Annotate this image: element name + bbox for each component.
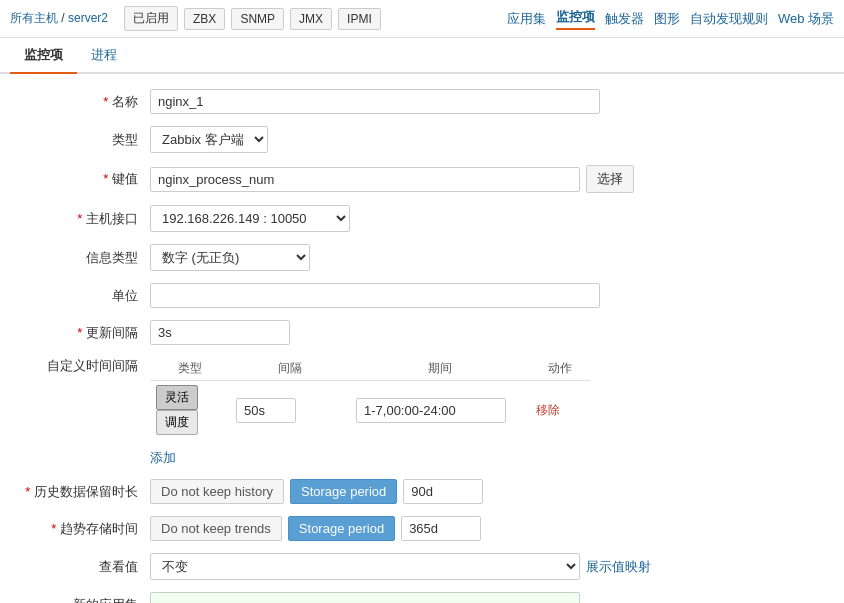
view-val-content: 不变 展示值映射 — [150, 553, 824, 580]
key-content: 选择 — [150, 165, 824, 193]
custom-time-table: 类型 间隔 期间 动作 灵活 调度 — [150, 357, 590, 439]
breadcrumb-hosts[interactable]: 所有主机 — [10, 11, 58, 25]
name-content — [150, 89, 824, 114]
history-no-keep-btn[interactable]: Do not keep history — [150, 479, 284, 504]
info-type-content: 数字 (无正负)字符日志文本数字 (浮点) — [150, 244, 824, 271]
schedule-btn[interactable]: 调度 — [156, 410, 198, 435]
history-content: Do not keep history Storage period — [150, 479, 824, 504]
remove-link[interactable]: 移除 — [536, 403, 560, 417]
row-period — [350, 381, 530, 440]
period-input[interactable] — [356, 398, 506, 423]
key-select-btn[interactable]: 选择 — [586, 165, 634, 193]
row-interval — [230, 381, 350, 440]
tab-process[interactable]: 进程 — [77, 38, 131, 74]
breadcrumb: 所有主机 / server2 — [10, 10, 108, 27]
trend-storage-btn[interactable]: Storage period — [288, 516, 395, 541]
trend-content: Do not keep trends Storage period — [150, 516, 824, 541]
update-interval-label: 更新间隔 — [20, 324, 150, 342]
name-input[interactable] — [150, 89, 600, 114]
type-row: 类型 Zabbix 客户端SNMPJMXIPMI — [20, 126, 824, 153]
form-container: 名称 类型 Zabbix 客户端SNMPJMXIPMI 键值 选择 主机接口 1… — [0, 74, 844, 603]
row-action: 移除 — [530, 381, 590, 440]
type-label: 类型 — [20, 131, 150, 149]
trend-no-keep-btn[interactable]: Do not keep trends — [150, 516, 282, 541]
new-app-row: 新的应用集 — [20, 592, 824, 603]
web-link[interactable]: Web 场景 — [778, 10, 834, 28]
discovery-link[interactable]: 自动发现规则 — [690, 10, 768, 28]
interface-content: 192.168.226.149 : 10050 — [150, 205, 824, 232]
update-interval-row: 更新间隔 — [20, 320, 824, 345]
info-type-row: 信息类型 数字 (无正负)字符日志文本数字 (浮点) — [20, 244, 824, 271]
col-action-header: 动作 — [530, 357, 590, 381]
update-interval-content — [150, 320, 824, 345]
key-row: 键值 选择 — [20, 165, 824, 193]
zbx-btn[interactable]: ZBX — [184, 8, 225, 30]
col-period-header: 期间 — [350, 357, 530, 381]
ipmi-btn[interactable]: IPMI — [338, 8, 381, 30]
table-row: 灵活 调度 移除 — [150, 381, 590, 440]
info-type-label: 信息类型 — [20, 249, 150, 267]
tab-bar: 监控项 进程 — [0, 38, 844, 74]
key-input[interactable] — [150, 167, 580, 192]
unit-input[interactable] — [150, 283, 600, 308]
enabled-btn[interactable]: 已启用 — [124, 6, 178, 31]
history-value-input[interactable] — [403, 479, 483, 504]
appset-link[interactable]: 应用集 — [507, 10, 546, 28]
trend-value-input[interactable] — [401, 516, 481, 541]
trend-row: 趋势存储时间 Do not keep trends Storage period — [20, 516, 824, 541]
top-nav: 所有主机 / server2 已启用 ZBX SNMP JMX IPMI 应用集… — [0, 0, 844, 38]
trend-label: 趋势存储时间 — [20, 520, 150, 538]
unit-content — [150, 283, 824, 308]
custom-time-content: 类型 间隔 期间 动作 灵活 调度 — [150, 357, 824, 467]
interface-label: 主机接口 — [20, 210, 150, 228]
type-select[interactable]: Zabbix 客户端SNMPJMXIPMI — [150, 126, 268, 153]
info-type-select[interactable]: 数字 (无正负)字符日志文本数字 (浮点) — [150, 244, 310, 271]
view-val-select[interactable]: 不变 — [150, 553, 580, 580]
col-interval-header: 间隔 — [230, 357, 350, 381]
custom-time-row: 自定义时间间隔 类型 间隔 期间 动作 灵活 调度 — [20, 357, 824, 467]
new-app-label: 新的应用集 — [20, 596, 150, 604]
view-val-row: 查看值 不变 展示值映射 — [20, 553, 824, 580]
unit-row: 单位 — [20, 283, 824, 308]
breadcrumb-server2[interactable]: server2 — [68, 11, 108, 25]
jmx-btn[interactable]: JMX — [290, 8, 332, 30]
update-interval-input[interactable] — [150, 320, 290, 345]
new-app-input[interactable] — [150, 592, 580, 603]
custom-time-label: 自定义时间间隔 — [20, 357, 150, 375]
flexible-btn[interactable]: 灵活 — [156, 385, 198, 410]
interval-input[interactable] — [236, 398, 296, 423]
type-content: Zabbix 客户端SNMPJMXIPMI — [150, 126, 824, 153]
interface-select[interactable]: 192.168.226.149 : 10050 — [150, 205, 350, 232]
monitor-link[interactable]: 监控项 — [556, 8, 595, 30]
history-storage-btn[interactable]: Storage period — [290, 479, 397, 504]
view-val-label: 查看值 — [20, 558, 150, 576]
unit-label: 单位 — [20, 287, 150, 305]
graph-link[interactable]: 图形 — [654, 10, 680, 28]
history-row: 历史数据保留时长 Do not keep history Storage per… — [20, 479, 824, 504]
tab-monitor[interactable]: 监控项 — [10, 38, 77, 74]
row-type: 灵活 调度 — [150, 381, 230, 440]
history-label: 历史数据保留时长 — [20, 483, 150, 501]
interface-row: 主机接口 192.168.226.149 : 10050 — [20, 205, 824, 232]
name-row: 名称 — [20, 89, 824, 114]
new-app-content — [150, 592, 824, 603]
col-type-header: 类型 — [150, 357, 230, 381]
key-label: 键值 — [20, 170, 150, 188]
add-link[interactable]: 添加 — [150, 449, 176, 467]
name-label: 名称 — [20, 93, 150, 111]
mapping-link[interactable]: 展示值映射 — [586, 558, 651, 576]
trigger-link[interactable]: 触发器 — [605, 10, 644, 28]
snmp-btn[interactable]: SNMP — [231, 8, 284, 30]
